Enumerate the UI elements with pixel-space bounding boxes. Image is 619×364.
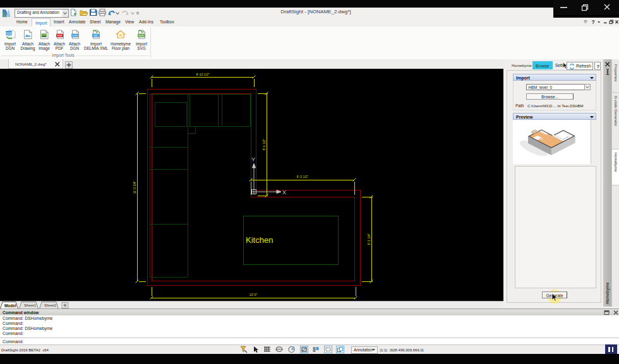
svg-text:Sheet1: Sheet1	[24, 303, 37, 307]
svg-text:XML: XML	[93, 34, 99, 37]
svg-text:Model: Model	[4, 303, 16, 307]
svg-text:8'-1 1/4": 8'-1 1/4"	[367, 233, 371, 245]
svg-text:Kitchen: Kitchen	[246, 235, 273, 245]
svg-text:8'-10 1/2": 8'-10 1/2"	[196, 73, 209, 76]
svg-text:8'-1 1/2": 8'-1 1/2"	[262, 139, 266, 151]
svg-text:11'-5 3/4": 11'-5 3/4"	[133, 180, 136, 194]
svg-text:X: X	[282, 189, 286, 196]
svg-text:13'-0": 13'-0"	[249, 293, 258, 296]
svg-text:SVG: SVG	[138, 34, 143, 37]
svg-text:6'-2 1/2": 6'-2 1/2"	[297, 175, 309, 179]
svg-text:DGN: DGN	[72, 34, 78, 37]
svg-text:PDF: PDF	[57, 34, 63, 37]
svg-text:DGN: DGN	[6, 32, 12, 35]
svg-text:Y: Y	[251, 156, 255, 163]
svg-text:?: ?	[592, 19, 595, 25]
svg-text:Sheet2: Sheet2	[44, 303, 57, 307]
